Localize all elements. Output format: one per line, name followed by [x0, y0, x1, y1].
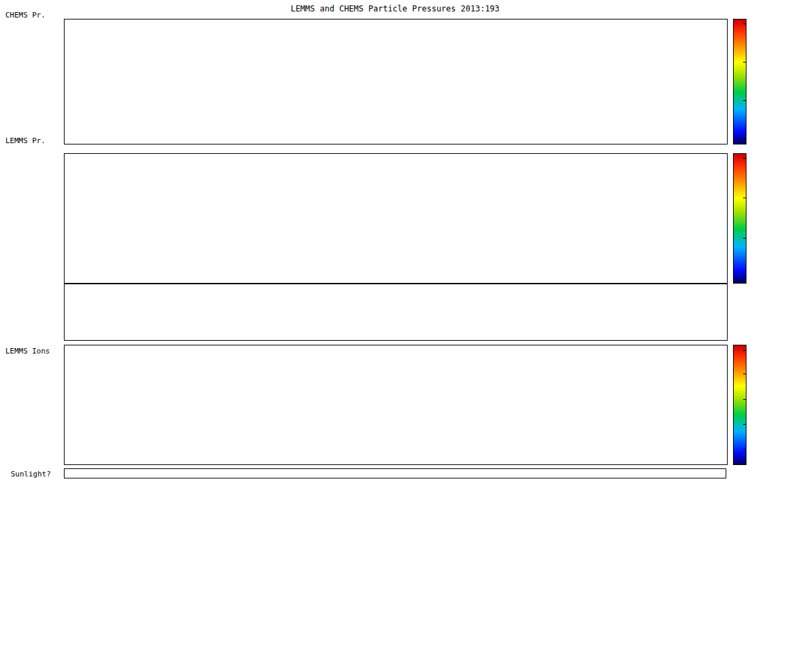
plot-title: LEMMS and CHEMS Particle Pressures 2013:…	[64, 4, 726, 13]
sunlight-bar	[64, 468, 726, 478]
chems-panel-label: CHEMS Pr.	[5, 11, 46, 19]
chems-colorbar	[733, 19, 746, 144]
orbit-plot-ksmx-ksmy	[114, 538, 249, 640]
time-axis-ticks	[64, 479, 726, 485]
chems-pressure-spectrogram	[64, 19, 728, 144]
ions-panel-label: LEMMS Ions	[5, 347, 50, 355]
lemms-ions-spectrogram	[64, 345, 728, 465]
mimi-pressure-plot-page: LEMMS and CHEMS Particle Pressures 2013:…	[0, 0, 807, 672]
orbit-plot-ksmx-ksmz	[316, 538, 451, 640]
pressure-line-plot	[64, 284, 728, 341]
orbit-plot-ksmy-ksmz	[518, 538, 652, 640]
sunlight-label: Sunlight?	[11, 470, 51, 478]
lemms-colorbar	[733, 153, 746, 284]
ions-colorbar	[733, 345, 746, 465]
lemms-panel-label: LEMMS Pr.	[5, 136, 46, 145]
lemms-pressure-spectrogram	[64, 153, 728, 284]
